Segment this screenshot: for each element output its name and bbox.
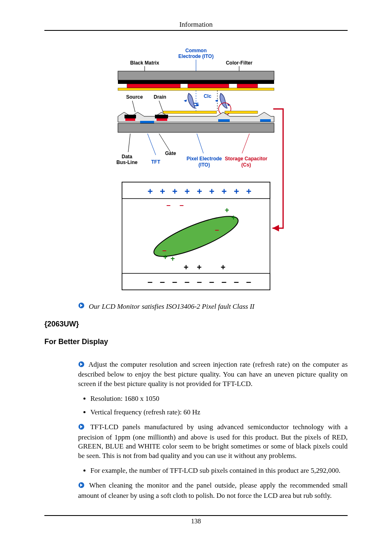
bullet-refresh: Vertical frequency (refresh rate): 60 Hz <box>90 408 348 417</box>
svg-rect-22 <box>140 121 154 123</box>
arrow-bullet-icon <box>78 361 85 370</box>
label-source: Source <box>126 94 143 100</box>
label-gate: Gate <box>165 150 176 156</box>
arrow-bullet-icon <box>78 302 85 311</box>
svg-rect-19 <box>155 115 168 118</box>
label-drain: Drain <box>154 94 166 100</box>
svg-text:+: + <box>163 253 168 261</box>
paragraph-1: Adjust the computer resolution and scree… <box>78 360 348 388</box>
svg-rect-20 <box>125 118 135 121</box>
label-color-filter: Color-Filter <box>226 60 253 66</box>
svg-rect-25 <box>118 123 274 132</box>
svg-rect-6 <box>188 84 229 88</box>
svg-text:–: – <box>209 277 214 287</box>
svg-text:+: + <box>184 263 189 272</box>
svg-rect-3 <box>118 71 274 80</box>
svg-text:–: – <box>166 201 171 209</box>
svg-text:+: + <box>172 186 178 197</box>
svg-rect-4 <box>118 80 274 84</box>
svg-text:+: + <box>221 186 227 197</box>
svg-rect-8 <box>118 88 274 90</box>
bullet-subpixels: For example, the number of TFT-LCD sub p… <box>90 466 348 475</box>
svg-text:–: – <box>180 201 184 209</box>
arrow-bullet-icon <box>78 482 85 491</box>
label-tft: TFT <box>151 159 161 165</box>
svg-text:+: + <box>246 186 251 197</box>
svg-line-27 <box>148 134 156 155</box>
svg-text:+: + <box>160 186 165 197</box>
label-data-bus-2: Bus-Line <box>116 160 138 165</box>
svg-line-15 <box>159 101 163 112</box>
paragraph-2: TFT-LCD panels manufactured by using adv… <box>78 423 348 460</box>
svg-text:–: – <box>148 277 152 287</box>
label-common-electrode: Common <box>185 48 207 53</box>
svg-text:+: + <box>209 186 214 197</box>
svg-text:–: – <box>215 226 219 234</box>
svg-text:–: – <box>246 277 251 287</box>
svg-text:+: + <box>148 186 153 197</box>
svg-text:–: – <box>160 277 165 287</box>
svg-text:–: – <box>221 277 226 287</box>
svg-text:–: – <box>234 277 239 287</box>
svg-text:+: + <box>231 213 236 222</box>
svg-line-30 <box>242 134 249 153</box>
svg-text:+: + <box>225 206 229 214</box>
svg-line-26 <box>128 134 130 152</box>
svg-rect-23 <box>218 119 230 122</box>
label-common-electrode-2: Electrode (ITO) <box>178 53 214 59</box>
iso-note-text: Our LCD Monitor satisfies ISO13406-2 Pix… <box>89 303 254 311</box>
section-heading: For Better Display <box>44 338 348 346</box>
svg-text:+: + <box>171 254 175 263</box>
svg-line-14 <box>132 101 135 112</box>
label-pixel-electrode-2: (ITO) <box>198 162 210 168</box>
svg-rect-16 <box>163 111 217 113</box>
svg-rect-18 <box>125 115 136 118</box>
header-title: Information <box>44 21 348 30</box>
bullet-resolution: Resolution: 1680 x 1050 <box>90 394 348 403</box>
label-clc: Clc <box>204 93 212 99</box>
svg-text:+: + <box>197 263 202 272</box>
tft-diagram-figure: Common Electrode (ITO) Black Matrix Colo… <box>44 47 348 296</box>
svg-line-29 <box>197 134 203 153</box>
label-storage-cap-2: (Cs) <box>241 162 251 168</box>
arrow-bullet-icon <box>78 423 85 432</box>
model-heading: {2063UW} <box>44 320 348 328</box>
svg-rect-7 <box>237 84 258 88</box>
svg-text:+: + <box>234 186 239 197</box>
iso-note: Our LCD Monitor satisfies ISO13406-2 Pix… <box>78 302 348 311</box>
svg-rect-5 <box>127 84 180 88</box>
svg-text:+: + <box>197 186 202 197</box>
label-black-matrix: Black Matrix <box>130 60 159 66</box>
paragraph-3: When cleaning the monitor and the panel … <box>78 481 348 500</box>
header-rule <box>44 30 348 31</box>
svg-text:–: – <box>197 277 202 287</box>
svg-rect-24 <box>260 119 271 122</box>
svg-text:+: + <box>221 263 226 272</box>
svg-text:–: – <box>184 277 189 287</box>
svg-line-28 <box>159 134 171 152</box>
svg-rect-17 <box>225 111 258 113</box>
label-pixel-electrode: Pixel Electrode <box>187 156 222 162</box>
svg-marker-31 <box>272 225 279 231</box>
svg-text:–: – <box>172 277 177 287</box>
svg-rect-21 <box>157 118 167 121</box>
content-block: Adjust the computer resolution and scree… <box>78 360 348 500</box>
svg-text:+: + <box>184 186 190 197</box>
label-storage-cap: Storage Capacitor <box>225 156 267 162</box>
page-number: 138 <box>44 516 348 525</box>
label-data-bus: Data <box>122 154 132 160</box>
